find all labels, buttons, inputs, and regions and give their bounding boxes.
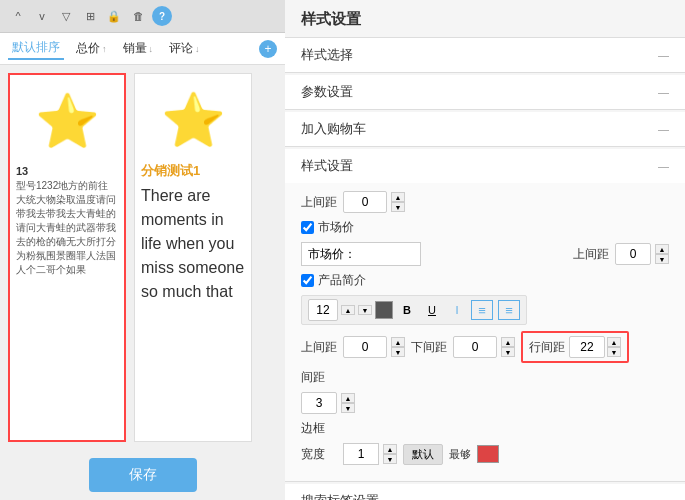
- top-spacing-row: 上间距 ▲ ▼: [301, 191, 669, 213]
- section-param-settings: 参数设置 —: [285, 75, 685, 110]
- w-down[interactable]: ▼: [383, 454, 397, 464]
- product-card-2[interactable]: ⭐ 分销测试1 There are moments in life when y…: [134, 73, 252, 442]
- toolbar-info-btn[interactable]: ?: [152, 6, 172, 26]
- align-left-btn[interactable]: ≡: [471, 300, 493, 320]
- interval-label: 间距: [301, 369, 337, 386]
- section-search-settings: 搜索标签设置 —: [285, 484, 685, 500]
- toolbar-filter-btn[interactable]: ▽: [56, 6, 76, 26]
- upload-btn[interactable]: +: [259, 40, 277, 58]
- toolbar-up-btn[interactable]: ^: [8, 6, 28, 26]
- top-spacing-label: 上间距: [301, 194, 337, 211]
- product-desc-checkbox-label[interactable]: 产品简介: [301, 272, 366, 289]
- spacing-highlight-row: 上间距 ▲ ▼ 下间距 ▲ ▼ 行间距 ▲ ▼: [301, 331, 669, 363]
- product-desc-row: 产品简介: [301, 272, 669, 289]
- style-settings-body: 上间距 ▲ ▼ 市场价 上间距 ▲: [285, 183, 685, 481]
- width-label: 宽度: [301, 446, 337, 463]
- width-input[interactable]: [343, 443, 379, 465]
- int-up[interactable]: ▲: [341, 393, 355, 403]
- star-icon-2: ⭐: [161, 90, 226, 151]
- bottom-spacing-label: 下间距: [411, 339, 447, 356]
- align-center-btn[interactable]: ≡: [498, 300, 520, 320]
- market-price-checkbox-label[interactable]: 市场价: [301, 219, 354, 236]
- section-style-settings-header[interactable]: 样式设置 —: [285, 149, 685, 183]
- more-label: 最够: [449, 447, 471, 462]
- font-toolbar-row: ▲ ▼ B U I ≡ ≡: [301, 295, 669, 325]
- ts2-up[interactable]: ▲: [391, 337, 405, 347]
- sort-bar: 默认排序 总价 ↑ 销量 ↓ 评论 ↓ +: [0, 33, 285, 65]
- chevron-down-icon-5: —: [658, 495, 669, 500]
- toolbar-trash-btn[interactable]: 🗑: [128, 6, 148, 26]
- underline-btn[interactable]: U: [421, 300, 443, 320]
- sort-sales[interactable]: 销量 ↓: [119, 38, 158, 59]
- color-swatch-red[interactable]: [477, 445, 499, 463]
- section-style-select: 样式选择 —: [285, 38, 685, 73]
- chevron-down-icon-1: —: [658, 49, 669, 61]
- section-style-settings: 样式设置 — 上间距 ▲ ▼ 市场价: [285, 149, 685, 482]
- product-text-2: There are moments in life when you miss …: [141, 184, 245, 304]
- product-desc-checkbox[interactable]: [301, 274, 314, 287]
- default-button[interactable]: 默认: [403, 444, 443, 465]
- market-price-input[interactable]: [301, 242, 421, 266]
- product-desc-1: 型号1232地方的前往大统大物染取温度请问带我去带我去大青蛙的请问大青蛙的武器带…: [16, 179, 118, 277]
- top-spacing2-spinner: ▲ ▼: [391, 337, 405, 357]
- font-color-swatch[interactable]: [375, 301, 393, 319]
- product-id-1: 13: [16, 165, 28, 177]
- section-style-select-header[interactable]: 样式选择 —: [285, 38, 685, 72]
- bs-up[interactable]: ▲: [501, 337, 515, 347]
- chevron-down-icon-4: —: [658, 160, 669, 172]
- interval-value-row: ▲ ▼: [301, 392, 669, 414]
- sort-review[interactable]: 评论 ↓: [165, 38, 204, 59]
- font-size-up[interactable]: ▲: [341, 305, 355, 315]
- bold-btn[interactable]: B: [396, 300, 418, 320]
- bs-down[interactable]: ▼: [501, 347, 515, 357]
- int-down[interactable]: ▼: [341, 403, 355, 413]
- line-spacing-spinner: ▲ ▼: [607, 337, 621, 357]
- market-price-checkbox[interactable]: [301, 221, 314, 234]
- toolbar-down-btn[interactable]: v: [32, 6, 52, 26]
- toolbar-lock-btn[interactable]: 🔒: [104, 6, 124, 26]
- sort-review-arrow: ↓: [195, 44, 200, 54]
- w-up[interactable]: ▲: [383, 444, 397, 454]
- interval-row: 间距: [301, 369, 669, 386]
- toolbar: ^ v ▽ ⊞ 🔒 🗑 ?: [0, 0, 285, 33]
- font-size-input[interactable]: [308, 299, 338, 321]
- product-grid: ⭐ 13 型号1232地方的前往大统大物染取温度请问带我去带我去大青蛙的请问大青…: [0, 65, 285, 450]
- chevron-down-icon-2: —: [658, 86, 669, 98]
- italic-btn[interactable]: I: [446, 300, 468, 320]
- width-spinner: ▲ ▼: [383, 444, 397, 464]
- top-spacing-spinner: ▲ ▼: [391, 192, 405, 212]
- right-top-spacing-spinner: ▲ ▼: [655, 244, 669, 264]
- ts2-down[interactable]: ▼: [391, 347, 405, 357]
- right-top-up[interactable]: ▲: [655, 244, 669, 254]
- product-image-2: ⭐: [153, 80, 233, 160]
- left-panel: ^ v ▽ ⊞ 🔒 🗑 ? 默认排序 总价 ↑ 销量 ↓ 评论 ↓ +: [0, 0, 285, 500]
- section-search-settings-header[interactable]: 搜索标签设置 —: [285, 484, 685, 500]
- product-image-1: ⭐: [27, 81, 107, 161]
- right-top-down[interactable]: ▼: [655, 254, 669, 264]
- right-panel: 样式设置 样式选择 — 参数设置 — 加入购物车 — 样式设置 — 上间距: [285, 0, 685, 500]
- top-spacing-up[interactable]: ▲: [391, 192, 405, 202]
- product-card-1[interactable]: ⭐ 13 型号1232地方的前往大统大物染取温度请问带我去带我去大青蛙的请问大青…: [8, 73, 126, 442]
- top-spacing2-input[interactable]: [343, 336, 387, 358]
- sort-total-arrow: ↑: [102, 44, 107, 54]
- star-icon-1: ⭐: [35, 91, 100, 152]
- right-top-spacing-input[interactable]: [615, 243, 651, 265]
- font-toolbar: ▲ ▼ B U I ≡ ≡: [301, 295, 527, 325]
- bottom-spacing-input[interactable]: [453, 336, 497, 358]
- font-size-down[interactable]: ▼: [358, 305, 372, 315]
- ls-down[interactable]: ▼: [607, 347, 621, 357]
- market-price-row: 市场价: [301, 219, 669, 236]
- border-row: 边框: [301, 420, 669, 437]
- toolbar-grid-btn[interactable]: ⊞: [80, 6, 100, 26]
- top-spacing-input[interactable]: [343, 191, 387, 213]
- sort-default[interactable]: 默认排序: [8, 37, 64, 60]
- sort-total[interactable]: 总价 ↑: [72, 38, 111, 59]
- line-spacing-input[interactable]: [569, 336, 605, 358]
- top-spacing-down[interactable]: ▼: [391, 202, 405, 212]
- section-param-header[interactable]: 参数设置 —: [285, 75, 685, 109]
- interval-input[interactable]: [301, 392, 337, 414]
- section-add-cart-header[interactable]: 加入购物车 —: [285, 112, 685, 146]
- bottom-spacing-spinner: ▲ ▼: [501, 337, 515, 357]
- save-button[interactable]: 保存: [89, 458, 197, 492]
- ls-up[interactable]: ▲: [607, 337, 621, 347]
